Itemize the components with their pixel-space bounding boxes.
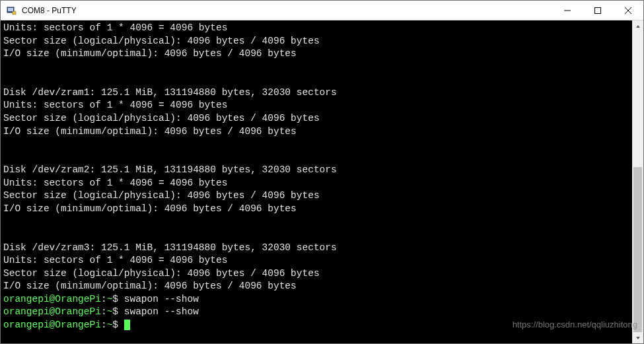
command-text: swapon --show [124,294,199,304]
scroll-thumb[interactable] [633,167,642,332]
output-line: Sector size (logical/physical): 4096 byt… [3,190,320,201]
prompt-user: orangepi@OrangePi [3,320,101,330]
maximize-button[interactable] [583,1,613,20]
vertical-scrollbar[interactable] [632,20,643,343]
output-line: Units: sectors of 1 * 4096 = 4096 bytes [3,100,227,110]
output-line: Disk /dev/zram2: 125.1 MiB, 131194880 by… [3,164,337,175]
command-text: swapon --show [124,306,199,317]
window-controls [552,1,643,20]
output-line: Sector size (logical/physical): 4096 byt… [3,113,320,123]
scroll-up-button[interactable] [632,20,643,32]
close-button[interactable] [613,1,643,20]
scroll-track[interactable] [632,32,643,332]
output-line: Sector size (logical/physical): 4096 byt… [3,36,320,46]
output-line: Disk /dev/zram3: 125.1 MiB, 131194880 by… [3,242,337,253]
minimize-button[interactable] [552,1,583,20]
prompt-path: ~ [107,306,113,317]
terminal[interactable]: Units: sectors of 1 * 4096 = 4096 bytes … [1,20,632,343]
putty-window: COM8 - PuTTY Units: sectors of 1 * 4096 … [0,0,644,344]
output-line: I/O size (minimum/optimal): 4096 bytes /… [3,48,297,59]
window-title: COM8 - PuTTY [20,6,552,15]
output-line: I/O size (minimum/optimal): 4096 bytes /… [3,203,297,214]
output-line: Units: sectors of 1 * 4096 = 4096 bytes [3,255,227,265]
prompt-user: orangepi@OrangePi [3,306,101,317]
prompt-path: ~ [107,320,113,330]
app-icon [6,5,17,16]
titlebar[interactable]: COM8 - PuTTY [1,1,643,20]
cursor [124,320,130,330]
prompt-user: orangepi@OrangePi [3,294,101,304]
svg-rect-4 [595,7,601,13]
output-line: I/O size (minimum/optimal): 4096 bytes /… [3,281,297,291]
output-line: Disk /dev/zram1: 125.1 MiB, 131194880 by… [3,87,337,98]
prompt-path: ~ [107,294,113,304]
output-line: Units: sectors of 1 * 4096 = 4096 bytes [3,178,227,188]
terminal-area: Units: sectors of 1 * 4096 = 4096 bytes … [1,20,643,343]
svg-rect-1 [8,8,13,11]
scroll-down-button[interactable] [632,332,643,343]
svg-rect-2 [13,11,16,15]
output-line: Units: sectors of 1 * 4096 = 4096 bytes [3,22,227,33]
output-line: I/O size (minimum/optimal): 4096 bytes /… [3,126,297,137]
output-line: Sector size (logical/physical): 4096 byt… [3,268,320,279]
